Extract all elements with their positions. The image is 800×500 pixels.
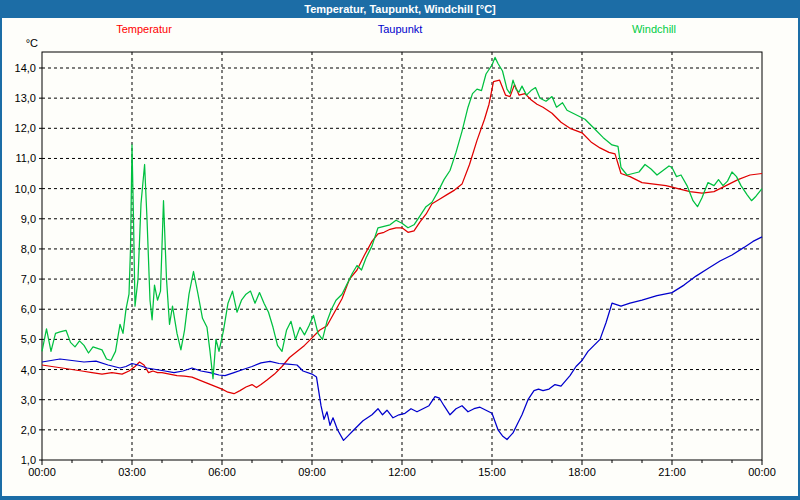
x-time-label: 00:00 — [28, 466, 56, 478]
legend-item-temperatur: Temperatur — [116, 23, 172, 35]
series-line-taupunkt — [42, 237, 762, 441]
x-time-label: 15:00 — [478, 466, 506, 478]
y-tick-label: 6,0 — [21, 303, 36, 315]
x-time-label: 00:00 — [748, 466, 776, 478]
y-tick-label: 1,0 — [21, 454, 36, 466]
chart-window: Temperatur, Taupunkt, Windchill [°C] Tem… — [0, 0, 800, 500]
y-tick-label: 8,0 — [21, 243, 36, 255]
y-tick-label: 10,0 — [15, 183, 36, 195]
window-titlebar[interactable]: Temperatur, Taupunkt, Windchill [°C] — [0, 0, 800, 18]
chart-plot-area: 14,013,012,011,010,09,08,07,06,05,04,03,… — [2, 0, 798, 478]
y-tick-label: 9,0 — [21, 213, 36, 225]
chart-legend: Temperatur Taupunkt Windchill — [2, 18, 798, 40]
x-time-label: 03:00 — [118, 466, 146, 478]
legend-item-taupunkt: Taupunkt — [378, 23, 423, 35]
y-tick-label: 3,0 — [21, 394, 36, 406]
y-tick-label: 13,0 — [15, 92, 36, 104]
y-tick-label: 14,0 — [15, 62, 36, 74]
x-time-label: 18:00 — [568, 466, 596, 478]
y-tick-label: 4,0 — [21, 364, 36, 376]
y-tick-label: 2,0 — [21, 424, 36, 436]
x-time-label: 21:00 — [658, 466, 686, 478]
y-tick-label: 11,0 — [15, 152, 36, 164]
y-tick-label: 5,0 — [21, 333, 36, 345]
window-title: Temperatur, Taupunkt, Windchill [°C] — [304, 3, 496, 15]
y-tick-label: 7,0 — [21, 273, 36, 285]
x-time-label: 12:00 — [388, 466, 416, 478]
x-time-label: 09:00 — [298, 466, 326, 478]
x-time-label: 06:00 — [208, 466, 236, 478]
y-tick-label: 12,0 — [15, 122, 36, 134]
legend-item-windchill: Windchill — [632, 23, 676, 35]
